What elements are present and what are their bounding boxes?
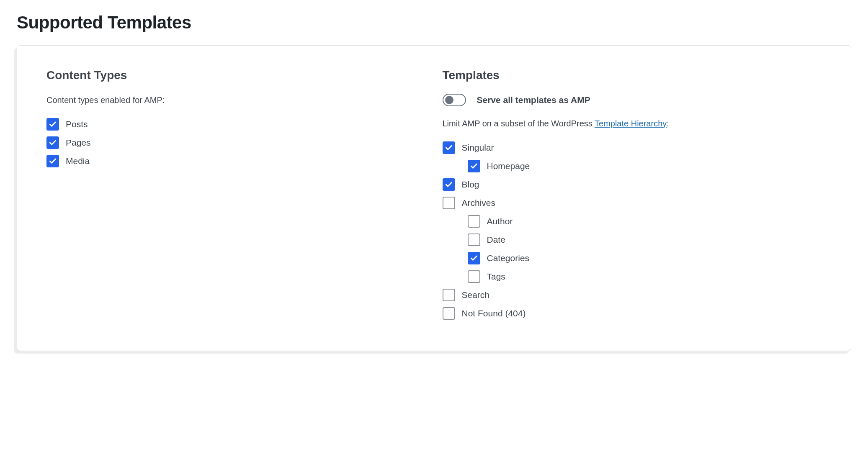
content-type-checkbox[interactable] [46,136,59,149]
templates-column: Templates Serve all templates as AMP Lim… [443,69,822,326]
template-label: Not Found (404) [462,308,526,318]
content-types-title: Content Types [46,69,426,82]
template-checkbox[interactable] [443,197,455,209]
template-checkbox[interactable] [468,215,480,228]
template-checkbox[interactable] [443,307,455,320]
template-label: Date [487,235,505,245]
toggle-knob [445,96,453,104]
template-row: Blog [443,178,822,191]
serve-all-toggle-label: Serve all templates as AMP [477,95,590,105]
content-type-checkbox[interactable] [46,155,59,167]
template-checkbox[interactable] [443,178,455,191]
template-row: Singular [443,141,822,154]
content-type-checkbox[interactable] [46,118,59,131]
template-row: Tags [443,270,822,283]
template-row: Not Found (404) [443,307,822,320]
template-row: Categories [443,252,822,264]
templates-description-post: : [667,119,669,128]
content-types-description: Content types enabled for AMP: [46,94,426,106]
content-type-label: Posts [66,119,88,129]
template-label: Tags [487,272,505,282]
template-label: Search [462,290,490,300]
content-types-column: Content Types Content types enabled for … [46,69,426,326]
section-title: Supported Templates [17,13,851,33]
content-type-row: Posts [46,118,426,131]
template-hierarchy-link[interactable]: Template Hierarchy [595,119,667,128]
template-row: Author [443,215,822,228]
templates-title: Templates [443,69,822,82]
content-type-row: Pages [46,136,426,149]
content-types-list: PostsPagesMedia [46,118,426,167]
template-label: Blog [462,180,479,190]
content-type-label: Pages [66,138,91,148]
settings-panel: Content Types Content types enabled for … [17,45,851,351]
template-row: Homepage [443,160,822,172]
content-type-row: Media [46,155,426,167]
templates-list: SingularHomepageBlogArchivesAuthorDateCa… [443,141,822,320]
template-row: Archives [443,197,822,209]
templates-description-pre: Limit AMP on a subset of the WordPress [443,119,595,128]
template-checkbox[interactable] [468,233,480,246]
templates-description: Limit AMP on a subset of the WordPress T… [443,117,822,130]
serve-all-toggle-row: Serve all templates as AMP [443,94,822,106]
template-row: Date [443,233,822,246]
template-label: Singular [462,143,494,153]
template-label: Author [487,216,513,226]
template-checkbox[interactable] [443,141,455,154]
content-type-label: Media [66,156,90,166]
template-checkbox[interactable] [468,160,480,172]
template-label: Archives [462,198,496,208]
template-row: Search [443,289,822,301]
template-checkbox[interactable] [443,289,455,301]
template-label: Homepage [487,161,530,171]
template-checkbox[interactable] [468,252,480,264]
template-checkbox[interactable] [468,270,480,283]
serve-all-toggle[interactable] [443,94,466,106]
template-label: Categories [487,253,530,263]
